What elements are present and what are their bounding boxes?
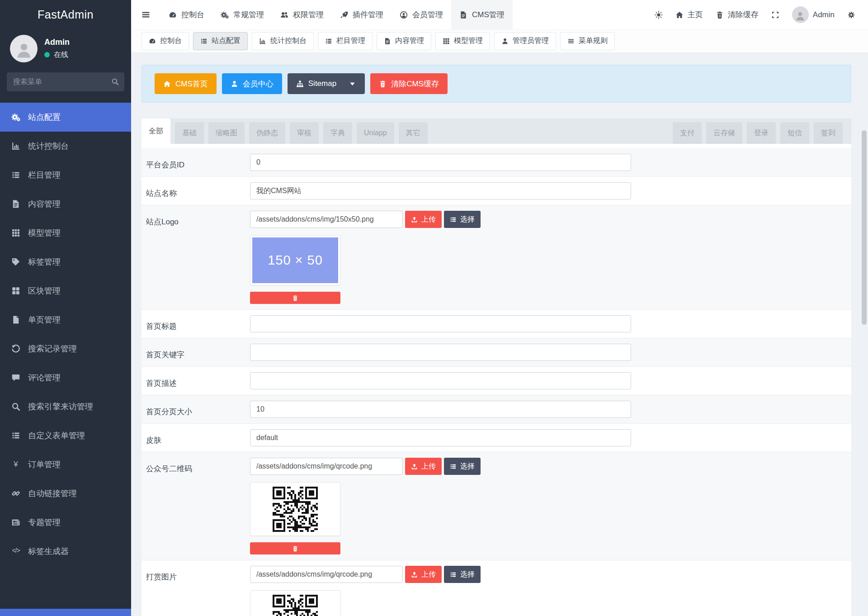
tab-all[interactable]: 全部 [142, 118, 170, 144]
sidebar-item-channel-mgmt[interactable]: 栏目管理 [0, 161, 131, 190]
sidebar: FastAdmin Admin 在线 站点配置 统计控制台 栏目管理 内容管理 … [0, 0, 131, 616]
tab-uniapp[interactable]: Uniapp [357, 122, 394, 144]
list-icon [450, 463, 457, 470]
home-description-input[interactable] [250, 372, 631, 389]
home-link[interactable]: 主页 [669, 0, 709, 29]
tab-signin[interactable]: 签到 [814, 122, 843, 144]
sidebar-item-content-mgmt[interactable]: 内容管理 [0, 190, 131, 218]
delete-image-button[interactable] [250, 542, 340, 554]
user-menu[interactable]: Admin [786, 0, 841, 29]
sidebar-item-tag-generator[interactable]: </>标签生成器 [0, 537, 131, 566]
sidebar-item-special-mgmt[interactable]: 专题管理 [0, 508, 131, 537]
tab-audit[interactable]: 审核 [290, 122, 319, 144]
home-icon [675, 11, 684, 19]
tab-addon-mgmt[interactable]: 插件管理 [332, 0, 392, 29]
tab-other[interactable]: 其它 [399, 122, 428, 144]
tab-dictionary[interactable]: 字典 [323, 122, 352, 144]
settings-button[interactable] [841, 0, 862, 29]
newspaper-icon [11, 518, 20, 527]
sidebar-item-spider-mgmt[interactable]: 搜索引擎来访管理 [0, 392, 131, 421]
field-label: 首页分页大小 [142, 395, 250, 423]
home-pagesize-input[interactable] [250, 401, 631, 418]
toolbar-tab-site-config[interactable]: 站点配置 [193, 32, 248, 50]
toolbar-tab-admin-mgmt[interactable]: 管理员管理 [494, 32, 556, 50]
config-tabs: 全部 基础 缩略图 伪静态 审核 字典 Uniapp 其它 支付 云存储 登录 … [142, 118, 851, 144]
sidebar-item-order-mgmt[interactable]: ¥订单管理 [0, 450, 131, 479]
tab-cloud-storage[interactable]: 云存储 [706, 122, 742, 144]
tab-cms-mgmt[interactable]: CMS管理 [451, 0, 513, 29]
page-scrollbar[interactable] [862, 130, 867, 325]
choose-button[interactable]: 选择 [444, 566, 481, 583]
field-label: 平台会员ID [142, 148, 250, 176]
sidebar-item-comment-mgmt[interactable]: 评论管理 [0, 363, 131, 392]
form-row: 首页描述 [142, 367, 851, 395]
site-name-input[interactable] [250, 182, 631, 199]
home-keywords-input[interactable] [250, 344, 631, 361]
qrcode-preview [250, 590, 340, 616]
clear-cms-cache-button[interactable]: 清除CMS缓存 [370, 73, 448, 94]
sidebar-item-page-mgmt[interactable]: 单页管理 [0, 305, 131, 334]
toolbar-tab-model-mgmt[interactable]: 模型管理 [435, 32, 490, 50]
sun-icon [655, 11, 663, 19]
toolbar-tab-stats-dashboard[interactable]: 统计控制台 [252, 32, 314, 50]
sidebar-item-model-mgmt[interactable]: 模型管理 [0, 218, 131, 247]
home-title-input[interactable] [250, 315, 631, 332]
user-name: Admin [44, 38, 70, 47]
home-icon [163, 80, 171, 88]
qrcode-image [273, 487, 318, 532]
delete-image-button[interactable] [250, 292, 340, 304]
sidebar-item-block-mgmt[interactable]: 区块管理 [0, 276, 131, 305]
field-label: 打赏图片 [142, 560, 250, 616]
form-row: 站点Logo 上传 选择 150 × 50 [142, 205, 851, 310]
sidebar-item-autolink-mgmt[interactable]: 自动链接管理 [0, 479, 131, 508]
tab-sms[interactable]: 短信 [780, 122, 809, 144]
code-icon: </> [11, 547, 20, 556]
reward-image-input[interactable] [250, 566, 403, 583]
tab-rewrite[interactable]: 伪静态 [249, 122, 285, 144]
official-account-qrcode-input[interactable] [250, 458, 403, 475]
trash-icon [292, 295, 298, 301]
sidebar-item-stats-dashboard[interactable]: 统计控制台 [0, 132, 131, 161]
user-status: 在线 [54, 50, 68, 60]
fullscreen-button[interactable] [765, 0, 786, 29]
search-icon[interactable] [111, 78, 119, 85]
platform-member-id-input[interactable] [250, 154, 631, 171]
quick-actions-panel: CMS首页 会员中心 Sitemap 清除CMS缓存 [142, 65, 851, 103]
menu-search-input[interactable] [7, 72, 124, 91]
tab-dashboard[interactable]: 控制台 [160, 0, 212, 29]
search-icon [11, 402, 20, 411]
cms-home-button[interactable]: CMS首页 [155, 73, 217, 94]
choose-button[interactable]: 选择 [444, 211, 481, 228]
sidebar-item-custom-form-mgmt[interactable]: 自定义表单管理 [0, 421, 131, 450]
tab-general-mgmt[interactable]: 常规管理 [212, 0, 272, 29]
sitemap-dropdown-button[interactable]: Sitemap [288, 73, 365, 94]
upload-button[interactable]: 上传 [405, 458, 442, 475]
theme-toggle-button[interactable] [648, 0, 669, 29]
top-navbar: 控制台 常规管理 权限管理 插件管理 会员管理 CMS管理 主页 清除缓存 Ad… [131, 0, 868, 29]
upload-button[interactable]: 上传 [405, 566, 442, 583]
user-circle-icon [400, 11, 408, 19]
site-logo-input[interactable] [250, 211, 403, 228]
tab-thumbnail[interactable]: 缩略图 [208, 122, 245, 144]
sidebar-item-search-log-mgmt[interactable]: 搜索记录管理 [0, 334, 131, 363]
tab-login[interactable]: 登录 [747, 122, 776, 144]
tab-member-mgmt[interactable]: 会员管理 [392, 0, 451, 29]
upload-button[interactable]: 上传 [405, 211, 442, 228]
tab-payment[interactable]: 支付 [673, 122, 702, 144]
file-text-icon [459, 11, 467, 19]
toolbar-tab-content-mgmt[interactable]: 内容管理 [377, 32, 431, 50]
toolbar-tab-channel-mgmt[interactable]: 栏目管理 [318, 32, 373, 50]
form-list-icon [11, 431, 20, 440]
sidebar-item-tag-mgmt[interactable]: 标签管理 [0, 247, 131, 276]
clear-cache-button[interactable]: 清除缓存 [709, 0, 765, 29]
tab-basic[interactable]: 基础 [175, 122, 204, 144]
member-center-button[interactable]: 会员中心 [222, 73, 282, 94]
sidebar-item-site-config[interactable]: 站点配置 [0, 103, 131, 132]
sidebar-toggle-button[interactable] [131, 0, 160, 29]
skin-input[interactable] [250, 429, 631, 446]
choose-button[interactable]: 选择 [444, 458, 481, 475]
toolbar-tab-menu-rules[interactable]: 菜单规则 [560, 32, 615, 50]
toolbar-tab-dashboard[interactable]: 控制台 [142, 32, 189, 50]
tab-auth-mgmt[interactable]: 权限管理 [272, 0, 332, 29]
form-row: 打赏图片 上传 选择 [142, 560, 851, 616]
